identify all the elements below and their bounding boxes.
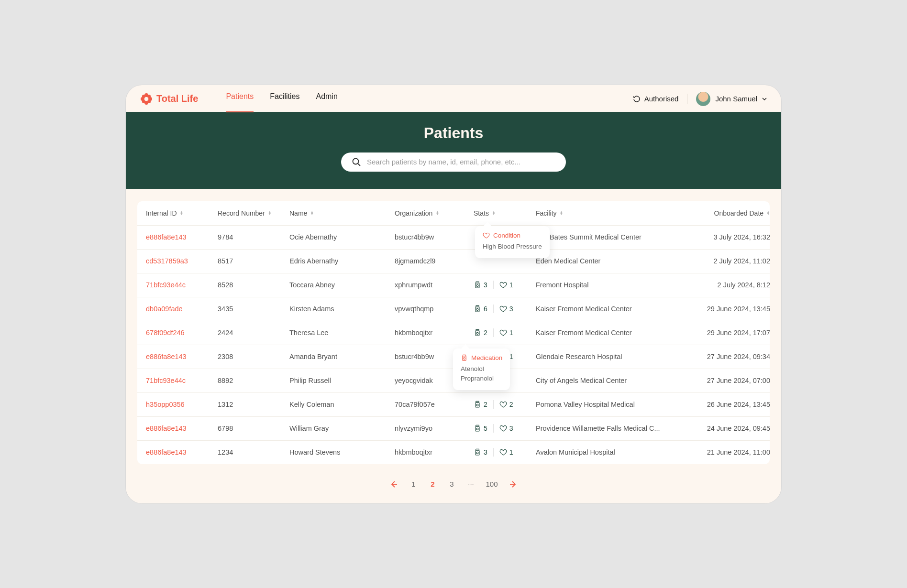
condition-count[interactable]: 2 bbox=[499, 401, 513, 408]
internal-id-link[interactable]: db0a09fade bbox=[146, 305, 218, 313]
internal-id-link[interactable]: e886fa8e143 bbox=[146, 448, 218, 456]
table-row[interactable]: 678f09df2462424Theresa Leehkbmboqjtxr21K… bbox=[137, 321, 770, 345]
brand-logo[interactable]: Total Life bbox=[140, 93, 198, 105]
record-number: 8517 bbox=[218, 257, 289, 265]
col-record-number[interactable]: Record Number▲▼ bbox=[218, 209, 289, 217]
svg-point-22 bbox=[476, 332, 478, 334]
tooltip-line: Atenolol bbox=[461, 364, 502, 374]
patient-name: Edris Abernathy bbox=[289, 257, 395, 265]
nav-facilities[interactable]: Facilities bbox=[270, 92, 299, 106]
organization: nlyvzymi9yo bbox=[395, 425, 474, 432]
pagination: 1 2 3 ··· 100 bbox=[126, 469, 781, 503]
organization: bstucr4bb9w bbox=[395, 233, 474, 241]
svg-rect-30 bbox=[476, 425, 479, 426]
page-next[interactable] bbox=[509, 479, 518, 489]
medication-count[interactable]: 3 bbox=[474, 448, 487, 456]
pill-bottle-icon bbox=[474, 448, 481, 456]
pill-bottle-icon bbox=[474, 329, 481, 337]
tooltip-condition: Condition High Blood Pressure bbox=[475, 226, 550, 258]
topbar: Total Life Patients Facilities Admin Aut… bbox=[126, 85, 781, 112]
sort-icon: ▲▼ bbox=[560, 211, 564, 215]
internal-id-link[interactable]: 71bfc93e44c bbox=[146, 281, 218, 289]
search-bar[interactable] bbox=[341, 152, 566, 172]
col-facility[interactable]: Facility▲▼ bbox=[536, 209, 684, 217]
onboarded-date: 2 July 2024, 11:02 bbox=[684, 257, 770, 265]
condition-count[interactable]: 1 bbox=[499, 448, 513, 456]
svg-point-16 bbox=[476, 284, 478, 286]
svg-point-6 bbox=[142, 99, 145, 103]
search-icon bbox=[352, 157, 361, 167]
stats-cell: 63 bbox=[474, 305, 536, 313]
divider bbox=[493, 328, 494, 337]
medication-count[interactable]: 5 bbox=[474, 425, 487, 432]
organization: hkbmboqjtxr bbox=[395, 329, 474, 337]
internal-id-link[interactable]: e886fa8e143 bbox=[146, 425, 218, 432]
page-title: Patients bbox=[126, 124, 781, 142]
tooltip-medication: Medication Atenolol Propranolol bbox=[453, 348, 510, 391]
page-3[interactable]: 3 bbox=[447, 480, 456, 488]
divider bbox=[493, 281, 494, 289]
onboarded-date: 27 June 2024, 09:34 bbox=[684, 353, 770, 360]
auth-label: Authorised bbox=[644, 95, 679, 103]
patient-name: Philip Russell bbox=[289, 377, 395, 384]
table-row[interactable]: h35opp03561312Kelly Coleman70ca79f057e22… bbox=[137, 392, 770, 416]
col-internal-id[interactable]: Internal ID▲▼ bbox=[146, 209, 218, 217]
col-name[interactable]: Name▲▼ bbox=[289, 209, 395, 217]
col-stats[interactable]: Stats▲▼ bbox=[474, 209, 536, 217]
svg-rect-27 bbox=[476, 401, 479, 403]
col-organization[interactable]: Organization▲▼ bbox=[395, 209, 474, 217]
onboarded-date: 26 June 2024, 13:45 bbox=[684, 401, 770, 408]
record-number: 6798 bbox=[218, 425, 289, 432]
svg-rect-18 bbox=[476, 305, 479, 307]
table-row[interactable]: cd5317859a38517Edris Abernathy8jgmamdczl… bbox=[137, 249, 770, 273]
heart-icon bbox=[499, 448, 507, 456]
medication-count[interactable]: 2 bbox=[474, 329, 487, 337]
stats-cell: 31 bbox=[474, 448, 536, 457]
auth-status[interactable]: Authorised bbox=[632, 95, 679, 103]
stats-cell: 22 bbox=[474, 400, 536, 409]
medication-count[interactable]: 2 bbox=[474, 401, 487, 408]
stats-cell: 31 bbox=[474, 281, 536, 289]
chevron-down-icon bbox=[762, 97, 767, 101]
medication-count[interactable]: 6 bbox=[474, 305, 487, 313]
svg-rect-20 bbox=[476, 331, 479, 336]
avatar bbox=[696, 92, 710, 106]
sort-icon: ▲▼ bbox=[180, 211, 184, 215]
table-row[interactable]: e886fa8e1431234Howard Stevenshkbmboqjtxr… bbox=[137, 440, 770, 464]
user-menu[interactable]: John Samuel bbox=[696, 92, 767, 106]
table-row[interactable]: e886fa8e1439784Ocie Abernathybstucr4bb9w… bbox=[137, 225, 770, 249]
page-2[interactable]: 2 bbox=[428, 480, 437, 488]
col-onboarded[interactable]: Onboarded Date▲▼ bbox=[684, 209, 770, 217]
search-input[interactable] bbox=[367, 158, 555, 166]
page-prev[interactable] bbox=[389, 479, 398, 489]
tooltip-line: Propranolol bbox=[461, 374, 502, 383]
page-1[interactable]: 1 bbox=[409, 480, 418, 488]
medication-count[interactable]: 3 bbox=[474, 281, 487, 289]
sort-icon: ▲▼ bbox=[268, 211, 272, 215]
condition-count[interactable]: 1 bbox=[499, 329, 513, 337]
internal-id-link[interactable]: 678f09df246 bbox=[146, 329, 218, 337]
table-row[interactable]: db0a09fade3435Kirsten Adamsvpvwqthqmp63K… bbox=[137, 297, 770, 321]
internal-id-link[interactable]: e886fa8e143 bbox=[146, 353, 218, 360]
table-row[interactable]: 71bfc93e44c8528Toccara Abneyxphrumpwdt31… bbox=[137, 273, 770, 297]
facility: City of Angels Medical Center bbox=[536, 377, 684, 384]
patients-table: Internal ID▲▼ Record Number▲▼ Name▲▼ Org… bbox=[137, 201, 770, 464]
condition-count[interactable]: 3 bbox=[499, 425, 513, 432]
organization: xphrumpwdt bbox=[395, 281, 474, 289]
condition-count[interactable]: 3 bbox=[499, 305, 513, 313]
facility: Eden Medical Center bbox=[536, 257, 684, 265]
onboarded-date: 3 July 2024, 16:32 bbox=[684, 233, 770, 241]
flower-icon bbox=[140, 93, 153, 105]
svg-rect-33 bbox=[476, 449, 479, 450]
table-row[interactable]: e886fa8e1436798William Graynlyvzymi9yo53… bbox=[137, 416, 770, 440]
internal-id-link[interactable]: 71bfc93e44c bbox=[146, 377, 218, 384]
internal-id-link[interactable]: cd5317859a3 bbox=[146, 257, 218, 265]
onboarded-date: 29 June 2024, 13:45 bbox=[684, 305, 770, 313]
divider bbox=[493, 305, 494, 313]
nav-patients[interactable]: Patients bbox=[226, 92, 254, 106]
condition-count[interactable]: 1 bbox=[499, 281, 513, 289]
nav-admin[interactable]: Admin bbox=[316, 92, 337, 106]
page-last[interactable]: 100 bbox=[486, 480, 498, 488]
internal-id-link[interactable]: e886fa8e143 bbox=[146, 233, 218, 241]
internal-id-link[interactable]: h35opp0356 bbox=[146, 401, 218, 408]
